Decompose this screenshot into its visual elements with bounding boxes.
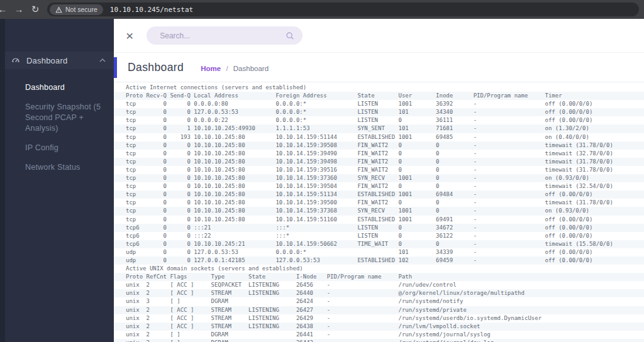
sidebar-parent-label: Dashboard	[26, 56, 94, 65]
sidebar-submenu: Dashboard Security Snapshot (5 Second PC…	[5, 69, 114, 177]
netstat-line: tcp 0 0 0.0.0.0:22 0.0.0.0:* LISTEN 0 36…	[114, 116, 644, 124]
netstat-line: Proto RefCnt Flags Type State I-Node PID…	[114, 273, 644, 281]
netstat-line: tcp 0 0 127.0.0.53:53 0.0.0.0:* LISTEN 1…	[114, 108, 644, 116]
sidebar-item-network-status[interactable]: Network Status	[5, 158, 114, 177]
breadcrumb: Home / Dashboard	[201, 63, 269, 72]
chevron-up-icon	[99, 58, 106, 62]
netstat-line: Active Internet connections (servers and…	[114, 84, 644, 92]
netstat-dashboard-page: { "browser": { "security_label": "Not se…	[0, 0, 644, 342]
netstat-line: tcp 0 0 10.10.10.245:80 10.10.14.159:373…	[114, 207, 644, 215]
close-icon[interactable]: ×	[126, 29, 133, 42]
netstat-line: tcp6 0 0 :::22 :::* LISTEN 0 36122 - off…	[114, 232, 644, 240]
sidebar-item-ip-config[interactable]: IP Config	[5, 138, 114, 158]
netstat-line: tcp 0 0 10.10.10.245:80 10.10.14.159:395…	[114, 199, 644, 207]
netstat-line: tcp 0 0 0.0.0.0:80 0.0.0.0:* LISTEN 1001…	[114, 100, 644, 108]
main-content: × Dashboard Home / Dashboard Active Int	[114, 19, 644, 342]
netstat-line: unix 2 [ ACC ] STREAM LISTENING 26427 - …	[114, 306, 644, 314]
search-input[interactable]	[160, 31, 286, 40]
netstat-line: unix 2 [ ACC ] STREAM LISTENING 26438 - …	[114, 323, 644, 331]
netstat-line: Proto Recv-Q Send-Q Local Address Foreig…	[114, 92, 644, 100]
reload-button[interactable]: ↻	[27, 0, 43, 19]
netstat-line: tcp 0 193 10.10.10.245:80 10.10.14.159:5…	[114, 133, 644, 141]
app-frame: Dashboard Dashboard Security Snapshot (5…	[0, 19, 644, 342]
title-accent-bar	[114, 57, 117, 78]
page-title: Dashboard	[128, 61, 184, 74]
url-text[interactable]: 10.10.10.245/netstat	[110, 6, 193, 14]
netstat-line: unix 2 [ ACC ] STREAM LISTENING 26429 - …	[114, 314, 644, 323]
netstat-line: tcp 0 0 10.10.10.245:80 10.10.14.159:394…	[114, 158, 644, 166]
netstat-line: tcp 0 0 10.10.10.245:80 10.10.14.159:511…	[114, 216, 644, 224]
netstat-line: tcp 0 0 10.10.10.245:80 10.10.14.159:395…	[114, 141, 644, 150]
sidebar-item-dashboard-parent[interactable]: Dashboard	[5, 52, 114, 69]
browser-toolbar: ← → ↻ Not secure 10.10.10.245/netstat	[0, 0, 644, 19]
sidebar-item-dashboard[interactable]: Dashboard	[5, 78, 114, 97]
netstat-line: unix 2 [ ACC ] STREAM LISTENING 26440 - …	[114, 289, 644, 297]
breadcrumb-home-link[interactable]: Home	[201, 65, 221, 72]
netstat-line: tcp 0 0 10.10.10.245:80 10.10.14.159:511…	[114, 190, 644, 199]
forward-button[interactable]: →	[11, 0, 27, 19]
netstat-line: tcp6 0 0 :::21 :::* LISTEN 0 34672 - off…	[114, 224, 644, 232]
netstat-line: udp 0 0 127.0.0.1:42185 127.0.0.53:53 ES…	[114, 256, 644, 265]
search-bar[interactable]	[147, 26, 303, 45]
netstat-line: Active UNIX domain sockets (servers and …	[114, 265, 644, 273]
warning-icon	[55, 6, 62, 13]
not-secure-label: Not secure	[65, 6, 97, 13]
netstat-line: unix 2 [ ] DGRAM 26443 - /run/systemd/jo…	[114, 339, 644, 342]
breadcrumb-separator: /	[226, 65, 228, 72]
sidebar-edge-strip	[0, 19, 5, 342]
search-icon[interactable]	[286, 31, 294, 40]
sidebar: Dashboard Dashboard Security Snapshot (5…	[5, 19, 114, 342]
netstat-output: Active Internet connections (servers and…	[114, 82, 644, 342]
sidebar-item-security-snapshot[interactable]: Security Snapshot (5 Second PCAP + Analy…	[5, 97, 114, 138]
netstat-line: udp 0 0 127.0.0.53:53 0.0.0.0:* 101 3433…	[114, 248, 644, 256]
netstat-line: tcp 0 0 10.10.10.245:80 10.10.14.159:395…	[114, 182, 644, 190]
netstat-line: tcp6 0 0 10.10.10.245:21 10.10.14.159:50…	[114, 240, 644, 248]
netstat-line: tcp 0 0 10.10.10.245:80 10.10.14.159:394…	[114, 150, 644, 158]
breadcrumb-current: Dashboard	[233, 65, 269, 72]
not-secure-badge[interactable]: Not secure	[50, 4, 103, 15]
netstat-line: unix 2 [ ACC ] SEQPACKET LISTENING 26456…	[114, 281, 644, 289]
netstat-line: tcp 0 0 10.10.10.245:80 10.10.14.159:373…	[114, 174, 644, 182]
netstat-line: tcp 0 1 10.10.10.245:49930 1.1.1.1:53 SY…	[114, 124, 644, 133]
back-button[interactable]: ←	[0, 0, 11, 19]
netstat-line: unix 2 [ ] DGRAM 26441 - /run/systemd/jo…	[114, 331, 644, 339]
topbar: ×	[114, 19, 644, 53]
gauge-icon	[11, 55, 21, 65]
page-header: Dashboard Home / Dashboard	[114, 53, 644, 82]
address-bar[interactable]: Not secure 10.10.10.245/netstat	[47, 3, 639, 16]
netstat-line: tcp 0 0 10.10.10.245:80 10.10.14.159:395…	[114, 166, 644, 174]
netstat-line: unix 3 [ ] DGRAM 26424 - /run/systemd/no…	[114, 297, 644, 306]
